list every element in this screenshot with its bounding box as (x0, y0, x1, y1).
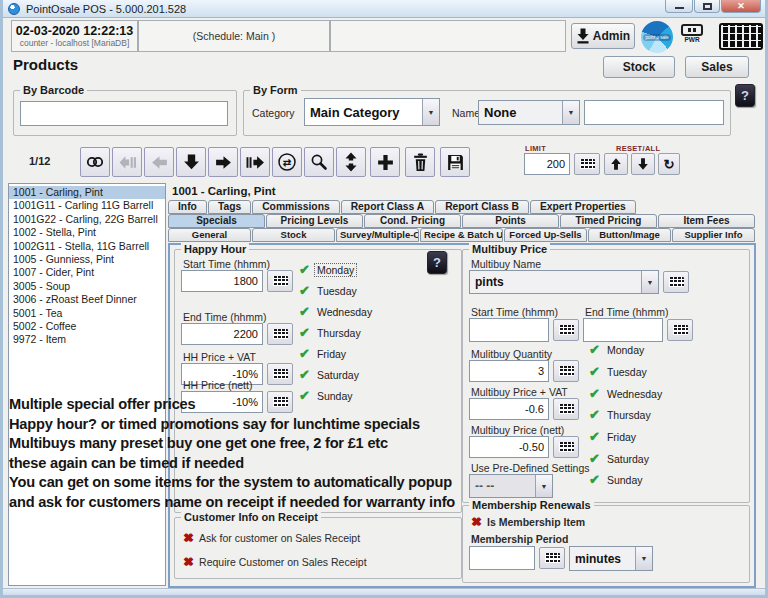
mb-day-tuesday[interactable]: ✔Tuesday (589, 364, 649, 379)
tab-expert-properties[interactable]: Expert Properties (530, 200, 636, 214)
product-list-item[interactable]: 1001 - Carling, Pint (9, 186, 165, 199)
search-button[interactable] (304, 147, 334, 177)
tab-forced-up-sells[interactable]: Forced Up-Sells (504, 228, 587, 242)
product-list-item[interactable]: 1001G22 - Carling, 22G Barrell (9, 213, 165, 226)
hh-start-time-input[interactable]: 1800 (181, 270, 263, 292)
product-list-item[interactable]: 3006 - zRoast Beef Dinner (9, 293, 165, 306)
chevron-down-icon[interactable]: ▼ (422, 99, 439, 125)
link-records-button[interactable] (80, 147, 110, 177)
close-button[interactable]: ✕ (721, 0, 761, 13)
save-record-button[interactable] (440, 147, 470, 177)
tab-supplier-info[interactable]: Supplier Info (672, 228, 755, 242)
mb-start-keyboard-button[interactable] (553, 319, 579, 341)
hh-day-saturday[interactable]: ✔Saturday (299, 367, 361, 382)
hh-day-friday[interactable]: ✔Friday (299, 346, 348, 361)
admin-button[interactable]: Admin (571, 23, 635, 49)
keyboard-icon[interactable] (719, 23, 763, 50)
mb-price-vat-input[interactable]: -0.6 (469, 398, 549, 420)
hh-day-thursday[interactable]: ✔Thursday (299, 325, 363, 340)
tab-tags[interactable]: Tags (208, 200, 251, 214)
product-list-item[interactable]: 1007 - Cider, Pint (9, 266, 165, 279)
move-up-button[interactable] (604, 153, 628, 175)
membership-period-input[interactable] (469, 546, 535, 570)
chevron-down-icon[interactable]: ▼ (562, 101, 579, 124)
tab-general[interactable]: General (168, 228, 251, 242)
limit-keyboard-button[interactable] (574, 153, 600, 175)
multibuy-name-select[interactable]: pints ▼ (469, 270, 659, 294)
mb-end-time-input[interactable] (583, 318, 663, 342)
hh-price-nett-keyboard-button[interactable] (267, 391, 293, 413)
multibuy-name-keyboard-button[interactable] (663, 271, 689, 293)
sort-button[interactable] (336, 147, 366, 177)
product-list-item[interactable]: 5001 - Tea (9, 307, 165, 320)
mb-start-time-input[interactable] (469, 318, 549, 342)
membership-keyboard-button[interactable] (539, 547, 565, 569)
category-select[interactable]: Main Category ▼ (304, 98, 440, 126)
refresh-button[interactable]: ⇄ (272, 147, 302, 177)
hh-day-wednesday[interactable]: ✔Wednesday (299, 304, 374, 319)
tab-points[interactable]: Points (462, 214, 559, 228)
maximize-button[interactable] (694, 0, 720, 13)
mb-price-vat-keyboard-button[interactable] (553, 398, 579, 420)
tab-recipe-batch-up-sells[interactable]: Recipe & Batch Up-Sells (420, 228, 503, 242)
product-list-item[interactable]: 5002 - Coffee (9, 320, 165, 333)
down-record-button[interactable] (176, 147, 206, 177)
mb-quantity-keyboard-button[interactable] (553, 360, 579, 382)
last-record-button[interactable] (240, 147, 270, 177)
power-icon[interactable]: PWR (681, 24, 703, 43)
product-list-item[interactable]: 1005 - Gunniess, Pint (9, 253, 165, 266)
minimize-button[interactable] (665, 0, 693, 13)
product-list-item[interactable]: 3005 - Soup (9, 280, 165, 293)
stock-button[interactable]: Stock (603, 56, 675, 78)
help-button[interactable]: ? (735, 84, 755, 107)
mb-end-keyboard-button[interactable] (667, 319, 693, 341)
chevron-down-icon[interactable]: ▼ (635, 547, 652, 570)
hh-day-monday[interactable]: ✔Monday (299, 262, 356, 277)
tab-specials[interactable]: Specials (168, 214, 265, 228)
name-search-input[interactable] (584, 100, 724, 125)
product-list-item[interactable]: 1002G11 - Stella, 11G Barrell (9, 240, 165, 253)
move-down-button[interactable] (631, 153, 655, 175)
mb-day-wednesday[interactable]: ✔Wednesday (589, 386, 664, 401)
product-list-item[interactable]: 1001G11 - Carling 11G Barrell (9, 199, 165, 212)
tab-button-image[interactable]: Button/Image (588, 228, 671, 242)
barcode-input[interactable] (20, 101, 228, 126)
chevron-down-icon[interactable]: ▼ (535, 475, 552, 497)
name-select[interactable]: None ▼ (478, 100, 580, 125)
mb-day-thursday[interactable]: ✔Thursday (589, 407, 653, 422)
is-membership-toggle[interactable]: ✖ Is Membership Item (471, 514, 585, 529)
hh-start-keyboard-button[interactable] (267, 270, 293, 292)
chevron-down-icon[interactable]: ▼ (641, 271, 658, 293)
hh-price-vat-keyboard-button[interactable] (267, 363, 293, 385)
tab-timed-pricing[interactable]: Timed Pricing (560, 214, 657, 228)
tab-stock[interactable]: Stock (252, 228, 335, 242)
reset-all-button[interactable]: ↻ (658, 153, 680, 175)
product-list-item[interactable]: 9972 - Item (9, 333, 165, 346)
mb-price-nett-input[interactable]: -0.50 (469, 436, 549, 458)
tab-pricing-levels[interactable]: Pricing Levels (266, 214, 363, 228)
product-list-item[interactable]: 1002 - Stella, Pint (9, 226, 165, 239)
hh-end-keyboard-button[interactable] (267, 323, 293, 345)
tab-info[interactable]: Info (168, 200, 207, 214)
mb-day-sunday[interactable]: ✔Sunday (589, 472, 645, 487)
previous-record-button[interactable] (144, 147, 174, 177)
sales-button[interactable]: Sales (685, 56, 749, 78)
delete-record-button[interactable] (405, 147, 435, 177)
mb-predefined-select[interactable]: -- -- ▼ (469, 474, 553, 498)
tab-report-class-b[interactable]: Report Class B (435, 200, 529, 214)
mb-quantity-input[interactable]: 3 (469, 360, 549, 382)
tab-survey-multiple-choice[interactable]: Survey/Multiple-Choice (336, 228, 419, 242)
tab-report-class-a[interactable]: Report Class A (341, 200, 434, 214)
hh-price-nett-input[interactable]: -10% (181, 391, 263, 413)
hh-day-tuesday[interactable]: ✔Tuesday (299, 283, 359, 298)
mb-day-saturday[interactable]: ✔Saturday (589, 451, 651, 466)
tab-item-fees[interactable]: Item Fees (658, 214, 755, 228)
first-record-button[interactable] (112, 147, 142, 177)
tab-cond-pricing[interactable]: Cond. Pricing (364, 214, 461, 228)
mb-price-nett-keyboard-button[interactable] (553, 436, 579, 458)
mb-day-monday[interactable]: ✔Monday (589, 342, 646, 357)
membership-unit-select[interactable]: minutes ▼ (569, 546, 653, 571)
ask-customer-toggle[interactable]: ✖ Ask for customer on Sales Receipt (183, 530, 360, 545)
mb-day-friday[interactable]: ✔Friday (589, 429, 638, 444)
next-record-button[interactable] (208, 147, 238, 177)
